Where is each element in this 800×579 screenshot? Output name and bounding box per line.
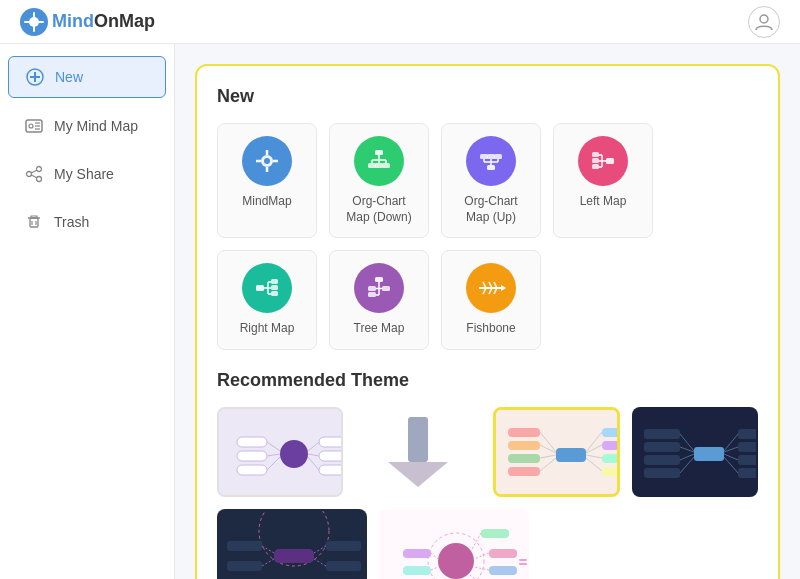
- svg-rect-154: [481, 529, 509, 538]
- app-container: MindOnMap New: [0, 0, 800, 579]
- svg-rect-158: [489, 566, 517, 575]
- svg-point-17: [37, 177, 42, 182]
- svg-rect-112: [602, 454, 620, 463]
- svg-marker-75: [501, 285, 506, 291]
- svg-rect-166: [519, 559, 527, 561]
- theme-3[interactable]: [632, 407, 758, 497]
- tree-map-icon: [354, 263, 404, 313]
- recommended-title: Recommended Theme: [217, 370, 758, 391]
- tree-map-label: Tree Map: [354, 321, 405, 337]
- svg-point-152: [438, 543, 474, 579]
- left-map-icon: [578, 136, 628, 186]
- svg-rect-56: [256, 285, 264, 291]
- svg-rect-101: [556, 448, 586, 462]
- sidebar-item-my-share[interactable]: My Share: [8, 154, 166, 194]
- sidebar-item-my-share-label: My Share: [54, 166, 114, 182]
- theme-row-2: [217, 509, 758, 579]
- svg-rect-132: [738, 455, 758, 465]
- svg-rect-156: [489, 549, 517, 558]
- theme-4[interactable]: [217, 509, 367, 579]
- sidebar-item-new-label: New: [55, 69, 83, 85]
- svg-rect-37: [382, 163, 390, 168]
- fishbone-label: Fishbone: [466, 321, 515, 337]
- svg-rect-125: [644, 468, 680, 478]
- map-type-right[interactable]: Right Map: [217, 250, 317, 350]
- svg-rect-5: [38, 21, 44, 23]
- share-icon: [24, 164, 44, 184]
- svg-rect-124: [644, 455, 680, 465]
- svg-rect-121: [694, 447, 724, 461]
- new-section-title: New: [217, 86, 758, 107]
- svg-rect-102: [508, 428, 540, 437]
- svg-rect-86: [237, 465, 267, 475]
- svg-rect-63: [271, 285, 278, 290]
- sidebar-item-my-mind-map[interactable]: My Mind Map: [8, 106, 166, 146]
- svg-rect-130: [738, 429, 758, 439]
- theme-5[interactable]: [379, 509, 529, 579]
- map-type-fishbone[interactable]: Fishbone: [441, 250, 541, 350]
- theme-4-preview: [219, 511, 367, 579]
- main-content: New: [175, 44, 800, 579]
- svg-rect-110: [602, 428, 620, 437]
- theme-2[interactable]: [493, 407, 620, 497]
- svg-rect-36: [375, 163, 383, 168]
- svg-rect-39: [487, 154, 495, 159]
- svg-line-19: [31, 175, 37, 178]
- svg-rect-4: [24, 21, 30, 23]
- map-type-tree[interactable]: Tree Map: [329, 250, 429, 350]
- svg-rect-67: [368, 286, 376, 291]
- svg-rect-146: [326, 561, 361, 571]
- svg-rect-90: [319, 437, 343, 447]
- svg-rect-122: [644, 429, 680, 439]
- sidebar-item-my-mind-map-label: My Mind Map: [54, 118, 138, 134]
- svg-rect-40: [494, 154, 502, 159]
- svg-point-16: [27, 172, 32, 177]
- svg-rect-98: [408, 417, 428, 462]
- svg-rect-133: [738, 468, 758, 478]
- svg-rect-54: [592, 158, 599, 163]
- svg-rect-167: [519, 563, 527, 565]
- map-type-mindmap[interactable]: MindMap: [217, 123, 317, 238]
- svg-rect-164: [403, 566, 431, 575]
- svg-point-11: [29, 124, 33, 128]
- map-type-org-down[interactable]: Org-Chart Map (Down): [329, 123, 429, 238]
- mindmap-label: MindMap: [242, 194, 291, 210]
- logo-text: MindOnMap: [52, 11, 155, 32]
- svg-rect-131: [738, 442, 758, 452]
- sidebar-item-trash-label: Trash: [54, 214, 89, 230]
- sidebar-item-new[interactable]: New: [8, 56, 166, 98]
- svg-marker-99: [388, 462, 448, 487]
- svg-rect-104: [508, 454, 540, 463]
- svg-rect-141: [227, 541, 262, 551]
- header: MindOnMap: [0, 0, 800, 44]
- svg-rect-35: [368, 163, 376, 168]
- svg-point-83: [280, 440, 308, 468]
- sidebar: New My Mind Map: [0, 44, 175, 579]
- org-up-icon: [466, 136, 516, 186]
- svg-rect-3: [33, 26, 35, 32]
- svg-rect-92: [319, 465, 343, 475]
- theme-1[interactable]: [217, 407, 343, 497]
- svg-rect-46: [487, 165, 495, 170]
- svg-rect-140: [274, 549, 314, 563]
- main-body: New My Mind Map: [0, 44, 800, 579]
- theme-2-preview: [496, 410, 620, 497]
- svg-point-15: [37, 167, 42, 172]
- trash-icon: [24, 212, 44, 232]
- svg-rect-111: [602, 441, 620, 450]
- theme-1-preview: [219, 409, 343, 497]
- sidebar-item-trash[interactable]: Trash: [8, 202, 166, 242]
- svg-rect-85: [237, 451, 267, 461]
- user-icon: [754, 12, 774, 32]
- logo: MindOnMap: [20, 8, 155, 36]
- user-avatar[interactable]: [748, 6, 780, 38]
- map-type-left[interactable]: Left Map: [553, 123, 653, 238]
- arrow-container: [355, 407, 481, 497]
- svg-rect-91: [319, 451, 343, 461]
- map-type-org-up[interactable]: Org-Chart Map (Up): [441, 123, 541, 238]
- theme-3-preview: [634, 409, 758, 497]
- svg-rect-103: [508, 441, 540, 450]
- map-type-grid: MindMap: [217, 123, 758, 350]
- fishbone-icon: [466, 263, 516, 313]
- svg-point-28: [264, 158, 270, 164]
